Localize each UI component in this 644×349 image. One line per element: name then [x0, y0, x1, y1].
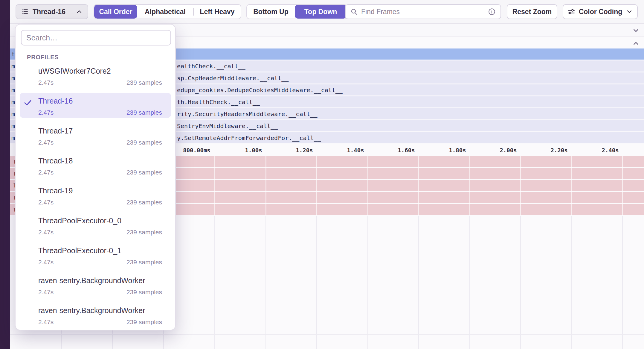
profile-option[interactable]: Thread-19 2.47s239 samples: [16, 180, 175, 210]
gridline: [418, 216, 419, 349]
gridline: [265, 156, 266, 215]
profile-name: Thread-19: [38, 186, 73, 195]
profile-option[interactable]: Thread-18 2.47s239 samples: [16, 150, 175, 180]
gridline: [265, 216, 266, 349]
frame-label: th.HealthCheck.__call__: [177, 98, 260, 106]
profile-samples: 239 samples: [126, 199, 162, 206]
profiles-section-label: PROFILES: [27, 54, 59, 61]
tab-alphabetical[interactable]: Alphabetical: [137, 5, 193, 19]
profile-duration: 2.47s: [38, 318, 54, 326]
profile-option[interactable]: raven-sentry.BackgroundWorker 2.47s239 s…: [16, 270, 175, 300]
find-frames-search: [345, 4, 501, 19]
frame-text-fragment: m: [11, 98, 15, 106]
thread-dropdown-panel: PROFILES uWSGIWorker7Core2 2.47s239 samp…: [15, 24, 176, 330]
profile-samples: 239 samples: [126, 259, 162, 266]
axis-tick: 2.20s: [550, 147, 567, 154]
profile-name: Thread-17: [38, 127, 73, 135]
profile-duration: 2.47s: [38, 79, 54, 86]
gridline: [520, 156, 521, 215]
profile-name: Thread-18: [38, 157, 73, 165]
profile-duration: 2.47s: [38, 169, 54, 176]
profile-duration: 2.47s: [38, 289, 54, 296]
search-icon: [350, 8, 358, 15]
profile-samples: 239 samples: [126, 109, 162, 116]
frame-label: SentryEnvMiddleware.__call__: [177, 122, 278, 130]
profile-option[interactable]: ThreadPoolExecutor-0_0 2.47s239 samples: [16, 210, 175, 240]
app-sidebar-strip: [0, 0, 10, 349]
order-segmented-control: Call Order Alphabetical Left Heavy: [94, 4, 241, 19]
color-coding-label: Color Coding: [579, 8, 622, 16]
frame-text-fragment: m: [11, 134, 15, 142]
profile-samples: 239 samples: [126, 139, 162, 146]
section-divider: [10, 334, 644, 335]
profile-option[interactable]: Thread-17 2.47s239 samples: [16, 120, 175, 150]
profile-option[interactable]: uWSGIWorker7Core2 2.47s239 samples: [16, 60, 175, 90]
profile-search-box: [21, 30, 171, 45]
frame-text-fragment: t: [11, 51, 15, 58]
frame-text-fragment: m: [11, 122, 15, 130]
frame-label: y.SetRemoteAddrFromForwardedFor.__call__: [177, 134, 321, 142]
profile-option-selected[interactable]: Thread-16 2.47s239 samples: [16, 90, 175, 120]
axis-tick: 2.00s: [500, 147, 517, 154]
gridline: [622, 216, 623, 349]
find-frames-input[interactable]: [361, 8, 484, 16]
profile-option[interactable]: ThreadPoolExecutor-0_1 2.47s239 samples: [16, 240, 175, 270]
axis-tick: 1.20s: [296, 147, 313, 154]
profile-options-list: uWSGIWorker7Core2 2.47s239 samples Threa…: [16, 60, 175, 330]
frame-text-fragment: m: [11, 75, 15, 82]
sliders-icon: [567, 8, 575, 16]
frame-text-fragment: m: [11, 63, 15, 70]
tab-top-down[interactable]: Top Down: [295, 5, 347, 19]
gridline: [571, 156, 572, 215]
profile-option[interactable]: raven-sentry.BackgroundWorker 2.47s239 s…: [16, 300, 175, 330]
gridline: [571, 216, 572, 349]
chevron-up-icon: [76, 8, 83, 15]
frame-text-fragment: m: [11, 87, 15, 94]
color-coding-button[interactable]: Color Coding: [563, 4, 638, 19]
chevron-up-icon[interactable]: [632, 40, 640, 47]
profile-name: ThreadPoolExecutor-0_1: [38, 246, 121, 255]
tab-left-heavy[interactable]: Left Heavy: [194, 5, 241, 19]
profile-duration: 2.47s: [38, 139, 54, 146]
frame-label: ealthCheck.__call__: [177, 63, 245, 70]
info-icon[interactable]: [488, 8, 496, 16]
gridline: [469, 156, 470, 215]
profile-search-input[interactable]: [26, 34, 166, 42]
direction-segmented-control: Bottom Up Top Down: [246, 4, 347, 19]
axis-tick: 1.40s: [347, 147, 364, 154]
reset-zoom-button[interactable]: Reset Zoom: [507, 4, 557, 19]
gridline: [214, 156, 215, 215]
tab-call-order[interactable]: Call Order: [94, 5, 137, 19]
profile-samples: 239 samples: [126, 318, 162, 326]
gridline: [622, 156, 623, 215]
axis-tick: 800.00ms: [183, 147, 210, 154]
profile-duration: 2.47s: [38, 109, 54, 116]
chevron-down-icon: [626, 8, 633, 15]
chevron-down-icon[interactable]: [632, 27, 640, 34]
profile-duration: 2.47s: [38, 199, 54, 206]
gridline: [367, 216, 368, 349]
profile-samples: 239 samples: [126, 79, 162, 86]
frame-text-fragment: m: [11, 110, 15, 118]
gridline: [367, 156, 368, 215]
thread-selector-label: Thread-16: [33, 8, 65, 16]
frame-label: edupe_cookies.DedupeCookiesMiddleware.__…: [177, 87, 343, 94]
frame-label: sp.CspHeaderMiddleware.__call__: [177, 75, 289, 82]
gridline: [316, 156, 317, 215]
gridline: [469, 216, 470, 349]
gridline: [214, 216, 215, 349]
axis-tick: 1.00s: [245, 147, 262, 154]
frame-label: rity.SecurityHeadersMiddleware.__call__: [177, 110, 318, 118]
tab-bottom-up[interactable]: Bottom Up: [247, 5, 295, 19]
profile-duration: 2.47s: [38, 259, 54, 266]
reset-zoom-label: Reset Zoom: [512, 8, 552, 16]
axis-tick: 1.60s: [398, 147, 415, 154]
profile-name: uWSGIWorker7Core2: [38, 67, 111, 75]
list-icon: [21, 8, 29, 16]
profile-name: raven-sentry.BackgroundWorker: [38, 306, 145, 315]
axis-tick: 1.80s: [449, 147, 466, 154]
profile-samples: 239 samples: [126, 229, 162, 236]
profile-samples: 239 samples: [126, 289, 162, 296]
axis-tick: 2.40s: [602, 147, 619, 154]
thread-selector-button[interactable]: Thread-16: [16, 4, 88, 19]
